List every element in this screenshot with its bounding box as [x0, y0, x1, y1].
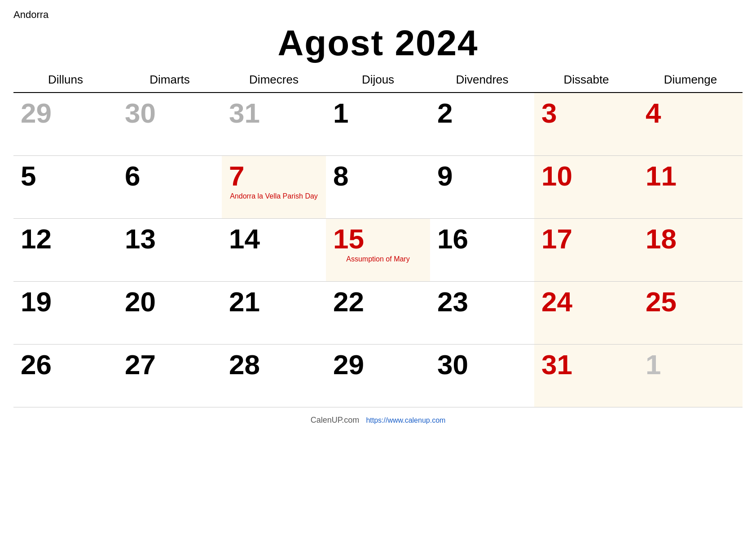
- day-number: 15: [333, 225, 423, 253]
- day-number: 27: [125, 351, 215, 379]
- holiday-label: Assumption of Mary: [333, 255, 423, 264]
- calendar-body: 2930311234567Andorra la Vella Parish Day…: [13, 93, 743, 407]
- calendar-title: Agost 2024: [13, 22, 743, 64]
- calendar-day-cell: 24: [534, 281, 638, 344]
- day-number: 18: [646, 225, 735, 253]
- footer-brand: CalenUP.com: [311, 416, 360, 424]
- calendar-day-cell: 19: [13, 281, 118, 344]
- calendar-day-cell: 17: [534, 218, 638, 281]
- calendar-day-cell: 1: [638, 344, 743, 407]
- day-number: 4: [646, 99, 735, 127]
- day-number: 9: [437, 162, 527, 190]
- footer-url[interactable]: https://www.calenup.com: [366, 416, 445, 424]
- day-number: 21: [229, 288, 319, 316]
- day-number: 14: [229, 225, 319, 253]
- day-number: 17: [541, 225, 631, 253]
- day-number: 7: [229, 162, 319, 190]
- calendar-day-cell: 29: [13, 93, 118, 155]
- calendar-day-cell: 30: [430, 344, 534, 407]
- calendar-header-cell: Divendres: [430, 68, 534, 93]
- calendar-day-cell: 10: [534, 155, 638, 218]
- day-number: 2: [437, 99, 527, 127]
- day-number: 28: [229, 351, 319, 379]
- day-number: 19: [21, 288, 110, 316]
- calendar-day-cell: 31: [534, 344, 638, 407]
- calendar-day-cell: 20: [118, 281, 222, 344]
- calendar-day-cell: 31: [222, 93, 326, 155]
- calendar-day-cell: 3: [534, 93, 638, 155]
- day-number: 31: [541, 351, 631, 379]
- day-number: 3: [541, 99, 631, 127]
- calendar-week-row: 2930311234: [13, 93, 743, 155]
- calendar-day-cell: 25: [638, 281, 743, 344]
- footer: CalenUP.com https://www.calenup.com: [13, 416, 743, 425]
- day-number: 29: [333, 351, 423, 379]
- day-number: 6: [125, 162, 215, 190]
- calendar-day-cell: 1: [326, 93, 430, 155]
- day-number: 30: [125, 99, 215, 127]
- calendar-day-cell: 7Andorra la Vella Parish Day: [222, 155, 326, 218]
- day-number: 29: [21, 99, 110, 127]
- calendar-day-cell: 21: [222, 281, 326, 344]
- calendar-day-cell: 8: [326, 155, 430, 218]
- calendar-day-cell: 30: [118, 93, 222, 155]
- calendar-day-cell: 11: [638, 155, 743, 218]
- day-number: 1: [646, 351, 735, 379]
- calendar-day-cell: 22: [326, 281, 430, 344]
- calendar-day-cell: 5: [13, 155, 118, 218]
- calendar-header-cell: Diumenge: [638, 68, 743, 93]
- calendar-day-cell: 2: [430, 93, 534, 155]
- day-number: 24: [541, 288, 631, 316]
- calendar-header-row: DillunsDimartsDimecresDijousDivendresDis…: [13, 68, 743, 93]
- calendar-day-cell: 26: [13, 344, 118, 407]
- calendar-header-cell: Dimarts: [118, 68, 222, 93]
- region-label: Andorra: [13, 9, 743, 21]
- day-number: 11: [646, 162, 735, 190]
- day-number: 30: [437, 351, 527, 379]
- calendar-day-cell: 12: [13, 218, 118, 281]
- day-number: 5: [21, 162, 110, 190]
- day-number: 25: [646, 288, 735, 316]
- day-number: 26: [21, 351, 110, 379]
- calendar-day-cell: 15Assumption of Mary: [326, 218, 430, 281]
- calendar-day-cell: 29: [326, 344, 430, 407]
- calendar-day-cell: 4: [638, 93, 743, 155]
- calendar-day-cell: 13: [118, 218, 222, 281]
- calendar-day-cell: 9: [430, 155, 534, 218]
- holiday-label: Andorra la Vella Parish Day: [229, 192, 319, 201]
- calendar-header-cell: Dijous: [326, 68, 430, 93]
- day-number: 23: [437, 288, 527, 316]
- calendar-day-cell: 6: [118, 155, 222, 218]
- day-number: 31: [229, 99, 319, 127]
- calendar-day-cell: 27: [118, 344, 222, 407]
- day-number: 13: [125, 225, 215, 253]
- day-number: 22: [333, 288, 423, 316]
- day-number: 10: [541, 162, 631, 190]
- calendar-week-row: 12131415Assumption of Mary161718: [13, 218, 743, 281]
- day-number: 8: [333, 162, 423, 190]
- calendar-day-cell: 16: [430, 218, 534, 281]
- day-number: 12: [21, 225, 110, 253]
- day-number: 1: [333, 99, 423, 127]
- calendar-day-cell: 14: [222, 218, 326, 281]
- calendar-day-cell: 23: [430, 281, 534, 344]
- calendar-header-cell: Dissabte: [534, 68, 638, 93]
- day-number: 16: [437, 225, 527, 253]
- calendar-header-cell: Dilluns: [13, 68, 118, 93]
- day-number: 20: [125, 288, 215, 316]
- calendar-week-row: 19202122232425: [13, 281, 743, 344]
- calendar-day-cell: 18: [638, 218, 743, 281]
- calendar-table: DillunsDimartsDimecresDijousDivendresDis…: [13, 68, 743, 407]
- calendar-header-cell: Dimecres: [222, 68, 326, 93]
- calendar-day-cell: 28: [222, 344, 326, 407]
- calendar-week-row: 567Andorra la Vella Parish Day891011: [13, 155, 743, 218]
- calendar-week-row: 2627282930311: [13, 344, 743, 407]
